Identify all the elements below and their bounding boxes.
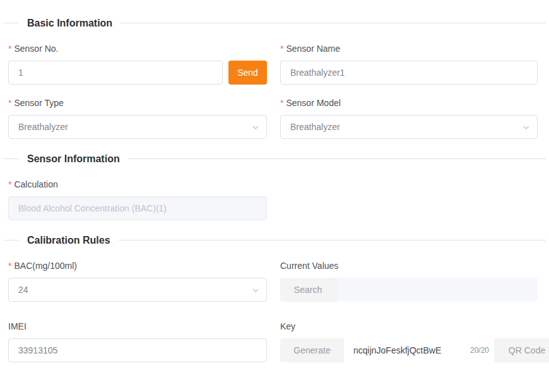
- bac-label: *BAC(mg/100ml): [8, 260, 267, 278]
- current-values-label-text: Current Values: [280, 261, 338, 271]
- key-char-counter: 20/20: [470, 346, 494, 355]
- form-row-5: IMEI Key Generate 20/20 QR Code: [0, 321, 549, 362]
- form-item-imei: IMEI: [8, 321, 267, 362]
- required-asterisk: *: [8, 261, 11, 271]
- section-title-calibration-rules: Calibration Rules: [19, 235, 119, 246]
- sensor-model-label: *Sensor Model: [280, 97, 538, 115]
- sensor-type-label: *Sensor Type: [8, 97, 267, 115]
- generate-button[interactable]: Generate: [280, 338, 344, 362]
- current-values-label: Current Values: [280, 260, 538, 278]
- form-item-key: Key Generate 20/20 QR Code: [280, 321, 538, 362]
- calculation-label-text: Calculation: [14, 179, 57, 189]
- form-row-3: *Calculation: [0, 179, 549, 220]
- sensor-model-select[interactable]: Breathalyzer: [280, 115, 538, 139]
- bac-label-text: BAC(mg/100ml): [14, 261, 77, 271]
- form-item-bac: *BAC(mg/100ml) 24: [8, 260, 267, 302]
- sensor-name-label: *Sensor Name: [280, 43, 538, 61]
- required-asterisk: *: [8, 44, 11, 54]
- current-values-group: Search: [280, 278, 538, 302]
- sensor-no-input-group: Send: [8, 61, 267, 85]
- form-row-4: *BAC(mg/100ml) 24 Current Values Search: [0, 260, 549, 302]
- key-label-text: Key: [280, 321, 295, 331]
- sensor-no-label: *Sensor No.: [8, 43, 267, 61]
- chevron-down-icon: [251, 286, 260, 295]
- calculation-input: [8, 196, 267, 220]
- sensor-type-selected-value: Breathalyzer: [18, 122, 68, 132]
- form-item-sensor-model: *Sensor Model Breathalyzer: [280, 97, 538, 139]
- required-asterisk: *: [8, 179, 11, 189]
- required-asterisk: *: [280, 44, 283, 54]
- key-group: Generate 20/20 QR Code: [280, 338, 538, 362]
- sensor-type-select[interactable]: Breathalyzer: [8, 115, 267, 139]
- form-item-sensor-no: *Sensor No. Send: [8, 43, 267, 85]
- section-divider-sensor: Sensor Information: [0, 151, 549, 166]
- form-item-current-values: Current Values Search: [280, 260, 538, 302]
- key-input-wrap: 20/20: [344, 338, 494, 362]
- chevron-down-icon: [251, 123, 260, 132]
- send-button[interactable]: Send: [228, 61, 267, 85]
- sensor-form-page: Basic Information *Sensor No. Send *Sens…: [0, 16, 549, 362]
- section-title-sensor-information: Sensor Information: [19, 153, 128, 165]
- imei-label: IMEI: [8, 321, 267, 338]
- form-item-sensor-name: *Sensor Name: [280, 43, 538, 85]
- section-divider-basic: Basic Information: [0, 16, 549, 30]
- imei-label-text: IMEI: [8, 321, 27, 331]
- current-values-input[interactable]: [336, 278, 538, 302]
- sensor-type-label-text: Sensor Type: [14, 98, 63, 108]
- sensor-model-label-text: Sensor Model: [286, 98, 340, 108]
- bac-selected-value: 24: [18, 285, 28, 295]
- bac-select[interactable]: 24: [8, 278, 267, 302]
- sensor-name-input[interactable]: [280, 61, 538, 85]
- section-divider-calibration: Calibration Rules: [0, 233, 549, 247]
- form-row-2: *Sensor Type Breathalyzer *Sensor Model …: [0, 97, 549, 139]
- qr-code-button[interactable]: QR Code: [494, 338, 549, 362]
- form-item-spacer: [280, 179, 538, 220]
- required-asterisk: *: [8, 98, 11, 108]
- form-item-sensor-type: *Sensor Type Breathalyzer: [8, 97, 267, 139]
- search-button[interactable]: Search: [280, 278, 336, 302]
- key-label: Key: [280, 321, 538, 338]
- chevron-down-icon: [522, 123, 531, 132]
- key-input[interactable]: [344, 338, 470, 362]
- section-title-basic-information: Basic Information: [19, 18, 121, 29]
- form-row-1: *Sensor No. Send *Sensor Name: [0, 43, 549, 85]
- sensor-no-label-text: Sensor No.: [14, 44, 58, 54]
- sensor-name-label-text: Sensor Name: [286, 44, 340, 54]
- sensor-model-selected-value: Breathalyzer: [290, 122, 340, 132]
- sensor-no-input[interactable]: [8, 61, 223, 85]
- calculation-label: *Calculation: [8, 179, 267, 196]
- form-item-calculation: *Calculation: [8, 179, 267, 220]
- required-asterisk: *: [280, 98, 283, 108]
- imei-input[interactable]: [8, 338, 267, 362]
